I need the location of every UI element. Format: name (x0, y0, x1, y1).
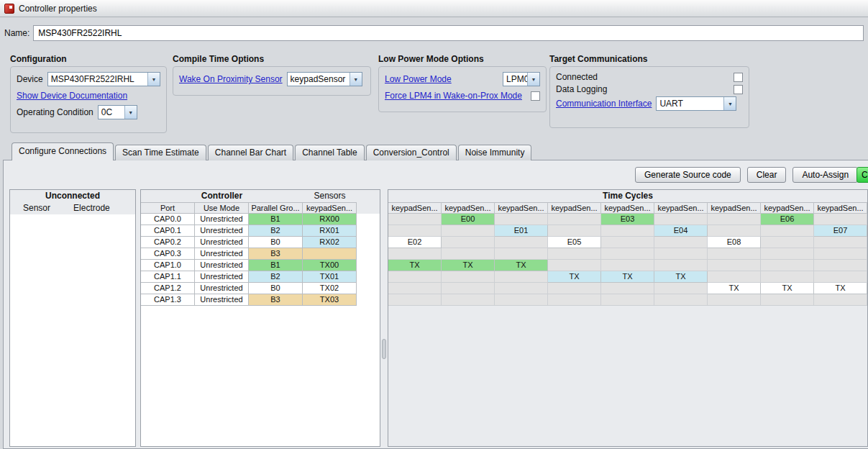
use-mode-cell[interactable]: Unrestricted (195, 214, 249, 225)
time-cycle-cell[interactable] (814, 237, 867, 248)
time-cycle-cell[interactable] (442, 248, 495, 260)
time-cycle-cell[interactable] (654, 214, 708, 225)
port-cell[interactable]: CAP0.3 (141, 248, 195, 260)
time-cycle-cell[interactable] (495, 248, 548, 260)
time-cycle-cell[interactable] (601, 283, 654, 294)
time-cycle-cell[interactable] (761, 294, 814, 306)
tab-channel-bar-chart[interactable]: Channel Bar Chart (208, 145, 293, 160)
time-cycle-cell[interactable] (495, 214, 548, 225)
clear-button[interactable]: Clear (747, 167, 787, 183)
time-cycle-cell[interactable]: TX (708, 283, 761, 294)
chevron-down-icon[interactable]: ▼ (527, 73, 539, 86)
time-cycle-cell[interactable] (442, 271, 495, 283)
port-cell[interactable]: CAP0.0 (141, 214, 195, 225)
parallel-group-cell[interactable]: B3 (249, 294, 303, 306)
time-cycle-cell[interactable] (708, 214, 761, 225)
time-cycle-cell[interactable]: TX (548, 271, 601, 283)
parallel-group-cell[interactable]: B2 (249, 225, 303, 237)
time-cycle-cell[interactable]: E07 (814, 225, 867, 237)
time-cycle-cell[interactable] (601, 248, 654, 260)
sensor-cell[interactable]: RX01 (303, 225, 357, 237)
time-cycle-cell[interactable]: TX (442, 260, 495, 271)
time-cycle-cell[interactable] (761, 271, 814, 283)
time-cycle-cell[interactable] (654, 248, 708, 260)
time-cycle-cell[interactable] (814, 248, 867, 260)
port-cell[interactable]: CAP1.3 (141, 294, 195, 306)
time-cycle-cell[interactable]: TX (495, 260, 548, 271)
sensor-cell[interactable]: TX03 (303, 294, 357, 306)
sensor-cell[interactable]: TX01 (303, 271, 357, 283)
chevron-down-icon[interactable]: ▼ (124, 106, 137, 119)
parallel-group-cell[interactable]: B3 (249, 248, 303, 260)
sensor-cell[interactable]: RX02 (303, 237, 357, 248)
time-cycle-cell[interactable]: E06 (761, 214, 814, 225)
time-cycle-cell[interactable] (761, 225, 814, 237)
low-power-mode-link[interactable]: Low Power Mode (385, 74, 452, 84)
time-cycle-cell[interactable] (601, 260, 654, 271)
time-cycle-cell[interactable] (708, 294, 761, 306)
time-cycle-cell[interactable] (708, 248, 761, 260)
sensor-cell[interactable]: TX00 (303, 260, 357, 271)
tab-scan-time-estimate[interactable]: Scan Time Estimate (115, 145, 206, 160)
time-cycle-cell[interactable] (388, 283, 442, 294)
sensor-cell[interactable] (303, 248, 357, 260)
use-mode-cell[interactable]: Unrestricted (195, 294, 249, 306)
communication-interface-select[interactable]: UART ▼ (656, 96, 736, 111)
time-cycle-cell[interactable] (442, 283, 495, 294)
chevron-down-icon[interactable]: ▼ (147, 73, 160, 86)
time-cycle-cell[interactable] (388, 271, 442, 283)
wake-on-proximity-sensor-link[interactable]: Wake On Proximity Sensor (179, 74, 283, 84)
time-cycle-cell[interactable] (442, 294, 495, 306)
use-mode-cell[interactable]: Unrestricted (195, 237, 249, 248)
time-cycle-cell[interactable] (548, 214, 601, 225)
sensor-cell[interactable]: TX02 (303, 283, 357, 294)
time-cycle-cell[interactable]: E03 (601, 214, 654, 225)
time-cycle-cell[interactable] (388, 294, 442, 306)
time-cycle-cell[interactable]: E04 (654, 225, 708, 237)
time-cycle-cell[interactable] (548, 294, 601, 306)
time-cycle-cell[interactable] (708, 271, 761, 283)
chevron-down-icon[interactable]: ▼ (723, 97, 736, 110)
parallel-group-cell[interactable]: B2 (249, 271, 303, 283)
use-mode-cell[interactable]: Unrestricted (195, 248, 249, 260)
controller-name-input[interactable] (33, 25, 864, 41)
time-cycle-cell[interactable] (654, 237, 708, 248)
force-lpm4-checkbox[interactable] (531, 91, 540, 101)
time-cycle-cell[interactable]: TX (654, 271, 708, 283)
use-mode-cell[interactable]: Unrestricted (195, 225, 249, 237)
time-cycle-cell[interactable] (654, 283, 708, 294)
time-cycle-cell[interactable] (654, 260, 708, 271)
parallel-group-cell[interactable]: B1 (249, 214, 303, 225)
time-cycle-cell[interactable]: E00 (442, 214, 495, 225)
time-cycle-cell[interactable]: E02 (388, 237, 442, 248)
parallel-group-cell[interactable]: B0 (249, 283, 303, 294)
time-cycle-cell[interactable] (495, 283, 548, 294)
time-cycle-cell[interactable] (601, 294, 654, 306)
time-cycle-cell[interactable]: TX (761, 283, 814, 294)
generate-source-code-button[interactable]: Generate Source code (635, 167, 741, 183)
time-cycle-cell[interactable] (761, 260, 814, 271)
force-lpm4-link[interactable]: Force LPM4 in Wake-on-Prox Mode (385, 91, 522, 101)
time-cycle-cell[interactable] (548, 248, 601, 260)
use-mode-cell[interactable]: Unrestricted (195, 283, 249, 294)
sensor-cell[interactable]: RX00 (303, 214, 357, 225)
time-cycle-cell[interactable] (708, 260, 761, 271)
wake-on-proximity-sensor-select[interactable]: keypadSensor ▼ (287, 72, 362, 86)
port-cell[interactable]: CAP0.2 (141, 237, 195, 248)
time-cycle-cell[interactable] (814, 214, 867, 225)
use-mode-cell[interactable]: Unrestricted (195, 271, 249, 283)
time-cycle-cell[interactable]: TX (388, 260, 442, 271)
time-cycle-cell[interactable] (495, 271, 548, 283)
port-cell[interactable]: CAP1.2 (141, 283, 195, 294)
time-cycle-cell[interactable] (388, 248, 442, 260)
port-cell[interactable]: CAP1.0 (141, 260, 195, 271)
communication-interface-link[interactable]: Communication Interface (556, 99, 652, 109)
time-cycle-cell[interactable] (814, 294, 867, 306)
chevron-down-icon[interactable]: ▼ (350, 73, 362, 86)
parallel-group-cell[interactable]: B0 (249, 237, 303, 248)
tab-configure-connections[interactable]: Configure Connections (12, 142, 114, 160)
time-cycle-cell[interactable]: TX (814, 283, 867, 294)
connect-button[interactable]: C (856, 167, 868, 183)
time-cycle-cell[interactable] (761, 237, 814, 248)
time-cycle-cell[interactable] (654, 294, 708, 306)
